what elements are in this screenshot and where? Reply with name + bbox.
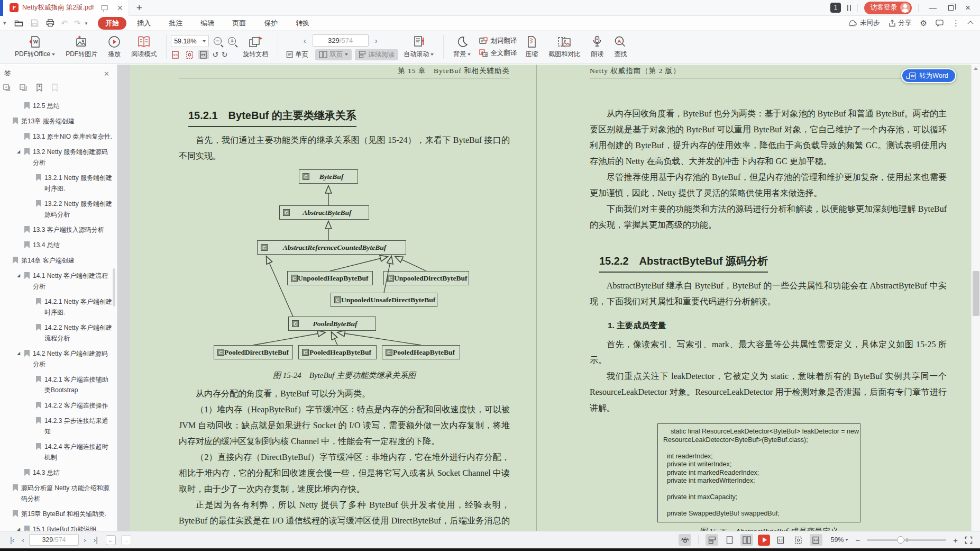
full-translate-button[interactable]: A文 全文翻译	[479, 49, 517, 58]
present-icon[interactable]	[101, 5, 108, 10]
minimize-button[interactable]: —	[929, 4, 937, 12]
new-tab-button[interactable]: +	[136, 2, 142, 14]
notification-badge[interactable]: 1	[830, 3, 841, 13]
collapse-ribbon-icon[interactable]	[967, 21, 973, 26]
zoom-input[interactable]: 59.18%	[171, 35, 209, 47]
guest-login-button[interactable]: 访客登录	[864, 2, 912, 14]
sidebar-bookmark-item[interactable]: 14.2.1 客户端连接辅助类Bootstrap	[0, 372, 117, 398]
main-scrollbar[interactable]	[971, 65, 980, 531]
print-icon[interactable]	[46, 19, 54, 27]
single-page-button[interactable]: 单页	[282, 49, 312, 60]
sidebar-scrollbar[interactable]	[113, 268, 115, 306]
zoom-in-button[interactable]: +	[951, 536, 960, 545]
share-button[interactable]: 分享	[889, 19, 912, 28]
prev-page-icon[interactable]: ‹	[300, 36, 309, 45]
scrollbar-thumb[interactable]	[973, 271, 979, 316]
menu-convert[interactable]: 转换	[288, 17, 317, 30]
sidebar-bookmark-item[interactable]: 14.2.4 客户端连接超时机制	[0, 439, 117, 465]
read-mode-button[interactable]: 阅读模式	[126, 35, 162, 59]
collapse-all-icon[interactable]	[20, 84, 28, 92]
sidebar-bookmark-item[interactable]: ◢14.2 Netty 客户端创建源码分析	[0, 346, 117, 372]
find-button[interactable]: A 查找	[609, 35, 632, 59]
bookmark-icon[interactable]	[51, 84, 58, 92]
redo-icon[interactable]: ↷	[74, 19, 81, 28]
more-options-icon[interactable]: ⋮	[952, 19, 960, 28]
continuous-read-button[interactable]: 连续阅读	[355, 49, 398, 60]
sidebar-bookmark-item[interactable]: 14.3 总结	[0, 465, 117, 480]
sidebar-bookmark-item[interactable]: ◢13.2 Netty 服务端创建源码分析	[0, 144, 117, 170]
sidebar-bookmark-item[interactable]: 14.2.2 Netty 客户端创建流程分析	[0, 320, 117, 346]
menu-start[interactable]: 开始	[98, 17, 126, 30]
add-bookmark-icon[interactable]	[36, 84, 43, 92]
tree-expanded-icon[interactable]: ◢	[17, 270, 21, 281]
pdf-to-image-button[interactable]: PDF转图片	[60, 35, 103, 59]
first-page-icon[interactable]: |‹	[7, 536, 17, 544]
sidebar-bookmark-item[interactable]: 13.1 原生NIO 类库的复杂性.	[0, 129, 117, 144]
menu-edit[interactable]: 编辑	[193, 17, 222, 30]
auto-scroll-button[interactable]: 自动滚动	[398, 35, 439, 59]
sidebar-bookmark-item[interactable]: 第15章 ByteBuf 和相关辅助类.	[0, 506, 117, 521]
document-tab[interactable]: P Netty权威指南 第2版.pdf ✕	[3, 0, 129, 16]
eye-protect-button[interactable]	[679, 534, 691, 546]
prev-page-icon[interactable]: ‹	[19, 536, 27, 544]
single-layout-button[interactable]	[723, 534, 736, 546]
presentation-play-button[interactable]	[758, 535, 770, 546]
play-button[interactable]: 播放	[103, 35, 126, 59]
status-page-input[interactable]: 329/574	[29, 534, 79, 546]
fit-page-button[interactable]	[792, 534, 805, 546]
sidebar-bookmark-item[interactable]: 14.2.3 异步连接结果通知	[0, 413, 117, 439]
sidebar-bookmark-item[interactable]: 14.2.1 Netty 客户端创建时序图.	[0, 294, 117, 320]
background-button[interactable]: 背景	[448, 35, 476, 59]
sidebar-bookmark-item[interactable]: 13.3 客户端接入源码分析	[0, 222, 117, 237]
fit-width-button[interactable]	[198, 50, 209, 59]
fullscreen-icon[interactable]	[965, 536, 973, 544]
word-translate-button[interactable]: 划词翻译	[479, 37, 517, 46]
rotate-left-icon[interactable]: ↺	[212, 50, 218, 59]
zoom-out-icon[interactable]: −	[214, 37, 222, 45]
double-layout-button[interactable]	[740, 534, 753, 546]
tree-expanded-icon[interactable]: ◢	[17, 348, 21, 359]
chevron-down-icon[interactable]: ▾	[3, 20, 6, 26]
menu-insert[interactable]: 插入	[130, 17, 158, 30]
read-aloud-button[interactable]: 朗读	[585, 35, 609, 59]
actual-size-button[interactable]: 1:1	[171, 50, 181, 59]
pdf-to-office-button[interactable]: W PDF转Office	[10, 35, 60, 59]
prev-view-button[interactable]: ←	[106, 535, 116, 545]
zoom-slider-knob[interactable]	[897, 536, 904, 544]
screenshot-compare-button[interactable]: 截图和对比	[543, 35, 585, 59]
restore-button[interactable]	[948, 5, 954, 11]
sidebar-bookmark-item[interactable]: 13.2.2 Netty 服务端创建源码分析	[0, 196, 117, 222]
zoom-slider[interactable]	[867, 536, 946, 544]
close-button[interactable]: ×	[965, 3, 970, 13]
last-page-icon[interactable]: ›|	[91, 536, 100, 544]
sidebar-bookmark-item[interactable]: 源码分析篇 Netty 功能介绍和源码分析	[0, 480, 117, 506]
undo-icon[interactable]: ↶	[61, 19, 68, 28]
pin-icon[interactable]	[847, 5, 851, 11]
sidebar-bookmark-item[interactable]: ◢14.1 Netty 客户端创建流程分析	[0, 268, 117, 294]
panel-close-icon[interactable]: ✕	[104, 70, 109, 78]
feedback-icon[interactable]	[936, 20, 944, 26]
save-icon[interactable]	[31, 19, 39, 27]
fit-width-button[interactable]	[810, 534, 822, 546]
zoom-in-icon[interactable]: +	[228, 37, 236, 45]
sidebar-bookmark-item[interactable]: 第14章 客户端创建	[0, 252, 117, 268]
scroll-up-icon[interactable]	[972, 65, 980, 73]
rotate-document-button[interactable]: 旋转文档	[237, 35, 273, 59]
menu-protect[interactable]: 保护	[257, 17, 285, 30]
rotate-right-icon[interactable]: ↻	[222, 50, 228, 59]
sidebar-bookmark-item[interactable]: ◢15.1 ByteBuf 功能说明.	[0, 521, 117, 531]
fit-page-button[interactable]	[185, 50, 195, 59]
tab-close-icon[interactable]: ✕	[117, 4, 123, 12]
tree-expanded-icon[interactable]: ◢	[17, 147, 21, 157]
menu-page[interactable]: 页面	[225, 17, 253, 30]
page-number-input[interactable]: 329/574	[313, 34, 369, 47]
sync-status[interactable]: 未同步	[848, 19, 880, 28]
sidebar-bookmark-item[interactable]: 13.4 总结	[0, 237, 117, 252]
actual-size-button[interactable]: 1:1	[775, 534, 787, 546]
sidebar-bookmark-item[interactable]: 第13章 服务端创建	[0, 113, 117, 129]
sidebar-bookmark-item[interactable]: 14.2.2 客户端连接操作	[0, 398, 117, 413]
sidebar-bookmark-item[interactable]: 13.2.1 Netty 服务端创建时序图.	[0, 170, 117, 196]
sidebar-bookmark-item[interactable]: 12.5 总结	[0, 98, 117, 113]
zoom-out-button[interactable]: −	[853, 536, 862, 545]
continuous-layout-button[interactable]	[706, 534, 718, 546]
